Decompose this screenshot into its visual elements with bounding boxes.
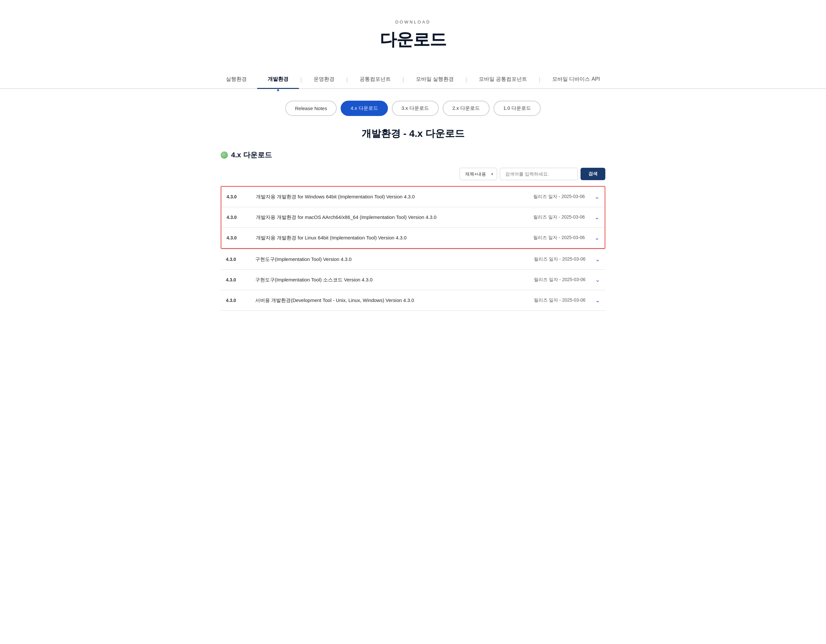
row-title: 구현도구(Implementation Tool) Version 4.3.0	[255, 256, 528, 263]
table-row: 4.3.0 개발자용 개발환경 for Linux 64bit (Impleme…	[221, 228, 605, 248]
tab-runtime[interactable]: 실행환경	[216, 71, 257, 89]
tab-mobile-device[interactable]: 모바일 디바이스 API	[542, 71, 610, 89]
row-title: 개발자용 개발환경 for macOS AArch64/x86_64 (Impl…	[256, 214, 527, 221]
table-row: 4.3.0 개발자용 개발환경 for macOS AArch64/x86_64…	[221, 207, 605, 228]
chevron-icon[interactable]: ⌄	[595, 276, 600, 283]
search-button[interactable]: 검색	[581, 168, 606, 180]
search-select-wrapper: 제목+내용	[460, 168, 497, 180]
search-bar: 제목+내용 검색	[220, 168, 606, 180]
row-title: 개발자용 개발환경 for Linux 64bit (Implementatio…	[256, 235, 527, 241]
tab-mobile-common[interactable]: 모바일 공통컴포넌트	[469, 71, 537, 89]
nav-tabs: 실행환경 개발환경 | 운영환경 | 공통컴포넌트 | 모바일 실행환경 | 모…	[0, 71, 826, 89]
content-area: 4.x 다운로드 제목+내용 검색 4.3.0 개발자용 개발환경 for Wi…	[208, 150, 618, 330]
heading-dot-icon	[220, 152, 228, 159]
tab-separator-2: |	[345, 71, 349, 88]
chevron-icon[interactable]: ⌄	[595, 214, 599, 221]
search-input[interactable]	[500, 168, 578, 180]
btn-4x-download[interactable]: 4.x 다운로드	[341, 101, 388, 116]
btn-3x-download[interactable]: 3.x 다운로드	[392, 101, 439, 116]
row-version: 4.3.0	[226, 298, 249, 303]
row-version: 4.3.0	[227, 215, 249, 220]
tab-ops[interactable]: 운영환경	[303, 71, 345, 89]
tab-common[interactable]: 공통컴포넌트	[349, 71, 401, 89]
search-select[interactable]: 제목+내용	[460, 168, 497, 180]
table-row: 4.3.0 서버용 개발환경(Development Tool - Unix, …	[220, 290, 606, 311]
download-list: 4.3.0 개발자용 개발환경 for Windows 64bit (Imple…	[220, 186, 606, 311]
row-version: 4.3.0	[226, 277, 249, 282]
tab-dev[interactable]: 개발환경	[257, 71, 299, 89]
tab-separator-1: |	[299, 71, 303, 88]
tab-separator-5: |	[537, 71, 542, 88]
chevron-icon[interactable]: ⌄	[595, 256, 600, 263]
chevron-icon[interactable]: ⌄	[595, 193, 599, 200]
download-heading-label: 4.x 다운로드	[231, 150, 272, 160]
row-title: 개발자용 개발환경 for Windows 64bit (Implementat…	[256, 194, 527, 200]
tab-mobile-runtime[interactable]: 모바일 실행환경	[405, 71, 464, 89]
hero-subtitle: DOWNLOAD	[6, 20, 820, 25]
row-title: 구현도구(Implementation Tool) 소스코드 Version 4…	[255, 277, 528, 283]
row-date: 릴리즈 일자 - 2025-03-06	[533, 235, 585, 241]
chevron-icon[interactable]: ⌄	[595, 297, 600, 304]
row-version: 4.3.0	[227, 235, 249, 240]
chevron-icon[interactable]: ⌄	[595, 234, 599, 242]
row-date: 릴리즈 일자 - 2025-03-06	[533, 214, 585, 220]
row-date: 릴리즈 일자 - 2025-03-06	[533, 194, 585, 200]
tab-separator-3: |	[401, 71, 405, 88]
section-title: 개발환경 - 4.x 다운로드	[0, 124, 826, 150]
hero-section: DOWNLOAD 다운로드	[0, 0, 826, 64]
tab-separator-4: |	[464, 71, 469, 88]
btn-1x-download[interactable]: 1.0 다운로드	[494, 101, 541, 116]
btn-2x-download[interactable]: 2.x 다운로드	[442, 101, 490, 116]
table-row: 4.3.0 개발자용 개발환경 for Windows 64bit (Imple…	[221, 187, 605, 207]
highlighted-group: 4.3.0 개발자용 개발환경 for Windows 64bit (Imple…	[220, 186, 606, 249]
row-version: 4.3.0	[227, 194, 249, 199]
row-date: 릴리즈 일자 - 2025-03-06	[534, 256, 585, 262]
hero-title: 다운로드	[6, 28, 820, 51]
row-title: 서버용 개발환경(Development Tool - Unix, Linux,…	[255, 297, 528, 303]
row-date: 릴리즈 일자 - 2025-03-06	[534, 277, 585, 283]
download-heading: 4.x 다운로드	[220, 150, 606, 160]
row-date: 릴리즈 일자 - 2025-03-06	[534, 297, 585, 303]
btn-release-notes[interactable]: Release Notes	[285, 101, 337, 116]
table-row: 4.3.0 구현도구(Implementation Tool) 소스코드 Ver…	[220, 269, 606, 290]
row-version: 4.3.0	[226, 257, 249, 262]
table-row: 4.3.0 구현도구(Implementation Tool) Version …	[220, 249, 606, 269]
sub-buttons-row: Release Notes 4.x 다운로드 3.x 다운로드 2.x 다운로드…	[0, 89, 826, 124]
